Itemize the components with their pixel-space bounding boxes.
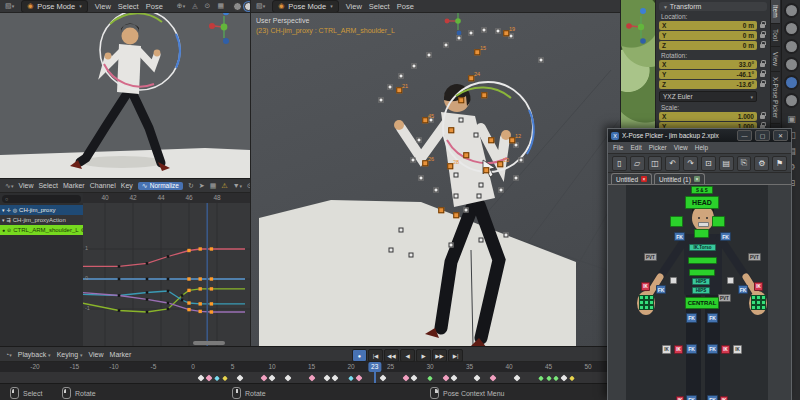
curve-area[interactable]: 4042444648 10-1 xyxy=(83,193,250,347)
graph-editor-type-icon[interactable]: ∿▾ xyxy=(5,182,13,190)
picker-bone-button[interactable] xyxy=(694,229,709,238)
unlock-icon[interactable] xyxy=(760,24,765,28)
graph-menu-marker[interactable]: Marker xyxy=(63,182,85,189)
keyframe[interactable] xyxy=(118,278,121,281)
picker-titlebar[interactable]: X X-Pose Picker - jim backup 2.xpix — ▢ … xyxy=(608,129,791,142)
keyframe[interactable] xyxy=(118,265,121,268)
timeline-keyframe[interactable] xyxy=(561,374,568,381)
keyframe[interactable] xyxy=(146,311,149,314)
mode-dropdown[interactable]: ◉Pose Mode▾ xyxy=(272,0,339,13)
unlock-icon[interactable] xyxy=(760,73,765,77)
picker-menu-edit[interactable]: Edit xyxy=(630,144,641,151)
lock-icon-wrap[interactable] xyxy=(757,115,767,119)
settings-icon[interactable]: ⚙ xyxy=(754,156,769,171)
sidebar-tab-item[interactable]: Item xyxy=(771,0,780,24)
picker-bone-button-fk[interactable]: FK xyxy=(720,232,731,241)
timeline-keyframe[interactable] xyxy=(261,374,268,381)
save-file-icon[interactable]: ◫ xyxy=(648,156,663,171)
picker-bone-button[interactable] xyxy=(670,277,677,284)
sidebar-tab-tool[interactable]: Tool xyxy=(771,24,780,47)
keyframe-selected[interactable] xyxy=(210,287,213,290)
current-frame-badge[interactable]: 23 xyxy=(368,362,381,372)
keyframe-selected[interactable] xyxy=(199,247,202,250)
timeline-keyframe[interactable] xyxy=(442,374,449,381)
picker-bone-button-pvt[interactable]: PVT xyxy=(718,294,731,302)
timeline-keyframe[interactable] xyxy=(403,374,410,381)
channel-icon[interactable]: ▾ xyxy=(2,217,5,223)
keyframe[interactable] xyxy=(167,255,170,258)
picker-bone-button[interactable] xyxy=(698,222,709,227)
snapping-magnet-icon[interactable]: ◬ xyxy=(192,2,197,10)
jump-to-start-button[interactable]: |◀ xyxy=(368,349,383,362)
keyframe-selected[interactable] xyxy=(199,302,202,305)
scale-x-field[interactable]: X1.000 xyxy=(659,112,757,121)
overlays-icon[interactable]: ▦ xyxy=(217,2,224,10)
xpose-picker-window[interactable]: X X-Pose Picker - jim backup 2.xpix — ▢ … xyxy=(607,128,792,400)
open-file-icon[interactable]: ▱ xyxy=(630,156,645,171)
channel-icon[interactable]: ⇶ xyxy=(7,217,11,223)
timeline-keyframe[interactable] xyxy=(428,376,433,381)
unlock-icon[interactable] xyxy=(760,34,765,38)
channel-row[interactable]: ▾✛◎CH-jim_proxy xyxy=(0,205,83,215)
pin-icon[interactable]: ⚑ xyxy=(772,156,787,171)
keyframe-selected[interactable] xyxy=(187,301,190,304)
keyframe-selected[interactable] xyxy=(210,247,213,250)
timeline-keyframe[interactable] xyxy=(570,376,575,381)
graph-menu-select[interactable]: Select xyxy=(38,182,57,189)
mode-dropdown[interactable]: ◉Pose Mode▾ xyxy=(21,0,88,13)
picker-bone-button-hips[interactable]: HIPS xyxy=(692,278,710,285)
unlock-icon[interactable] xyxy=(760,115,765,119)
properties-tab-icon[interactable]: ▣ xyxy=(782,114,800,124)
keyframe[interactable] xyxy=(118,294,121,297)
filter-icon[interactable]: ▼▾ xyxy=(233,182,242,189)
channel-icon[interactable]: ◎ xyxy=(13,207,17,213)
visibility-toggle-icon[interactable] xyxy=(784,93,799,108)
keyframe[interactable] xyxy=(167,290,170,293)
picker-bone-button-s-s[interactable]: S & S xyxy=(691,186,713,194)
location-z-field[interactable]: Z0 m xyxy=(659,41,757,50)
wireframe-shading-icon[interactable] xyxy=(233,2,242,11)
close-button[interactable]: ✕ xyxy=(773,130,788,141)
keyframe-selected[interactable] xyxy=(187,249,190,252)
unlock-icon[interactable] xyxy=(760,63,765,67)
keyframe-selected[interactable] xyxy=(210,302,213,305)
redo-icon[interactable]: ↷ xyxy=(683,156,698,171)
timeline-keyframe[interactable] xyxy=(546,376,551,381)
editor-type-icon[interactable]: ▧▾ xyxy=(5,2,14,10)
picker-tab-1[interactable]: Untitled (1)× xyxy=(654,173,705,184)
visibility-toggle-icon[interactable] xyxy=(784,21,799,36)
picker-bone-button-ik[interactable]: IK xyxy=(674,345,683,354)
timeline-keyframe[interactable] xyxy=(513,374,520,381)
timeline-keyframe[interactable] xyxy=(554,376,559,381)
timeline-keyframe[interactable] xyxy=(205,374,212,381)
picker-menu-file[interactable]: File xyxy=(613,144,623,151)
channel-name[interactable]: CH-jim_proxy xyxy=(19,207,55,213)
keyframe-selected[interactable] xyxy=(199,310,202,313)
keyframe-selected[interactable] xyxy=(199,287,202,290)
keyframe[interactable] xyxy=(181,299,184,302)
timeline-keyframe[interactable] xyxy=(268,374,275,381)
next-keyframe-button[interactable]: ▶▶ xyxy=(432,349,447,362)
timeline-menu-marker[interactable]: Marker xyxy=(110,351,132,358)
timeline-menu-view[interactable]: View xyxy=(89,351,104,358)
channel-icon[interactable]: ✛ xyxy=(7,207,11,213)
channel-icon[interactable]: ⊘ xyxy=(7,227,11,233)
play-reverse-button[interactable]: ◀ xyxy=(400,349,415,362)
picker-menu-help[interactable]: Help xyxy=(695,144,708,151)
timeline-keyframe[interactable] xyxy=(411,374,418,381)
picker-bone-button-ik[interactable]: IK xyxy=(676,396,684,400)
picker-bone-button-pvt[interactable]: PVT xyxy=(644,253,657,261)
viewport-left[interactable]: ▧▾ ◉Pose Mode▾ View Select Pose ⊕▾ ◬ ⊙ ▦ xyxy=(0,0,250,178)
keyframe[interactable] xyxy=(146,278,149,281)
timeline-keyframe[interactable] xyxy=(197,374,204,381)
lock-icon-wrap[interactable] xyxy=(757,44,767,48)
proportional-edit-icon[interactable]: ⊙ xyxy=(205,2,211,10)
picker-bone-button-fk[interactable]: FK xyxy=(686,395,697,400)
keyframe-selected[interactable] xyxy=(187,289,190,292)
minimize-button[interactable]: — xyxy=(737,130,752,141)
picker-bone-button[interactable] xyxy=(727,277,734,284)
undo-icon[interactable]: ↶ xyxy=(665,156,680,171)
timeline-keyframe[interactable] xyxy=(474,374,481,381)
tab-close-icon[interactable]: × xyxy=(641,176,647,182)
picker-bone-button-fk[interactable]: FK xyxy=(707,395,718,400)
